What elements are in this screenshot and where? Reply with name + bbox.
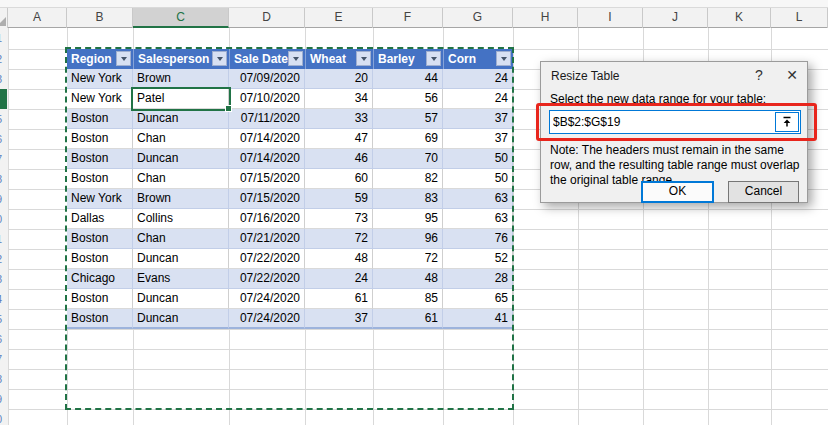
collapse-dialog-button[interactable] (775, 112, 799, 132)
fill-handle[interactable] (225, 105, 232, 112)
cell[interactable]: New York (67, 189, 133, 209)
cell[interactable]: 65 (443, 289, 513, 309)
cell[interactable]: 83 (373, 189, 443, 209)
cell[interactable]: Dallas (67, 209, 133, 229)
cell[interactable]: 73 (305, 209, 373, 229)
cell[interactable]: 07/24/2020 (229, 309, 305, 329)
table-header-corn[interactable]: Corn (443, 49, 513, 69)
cell[interactable]: Boston (67, 109, 133, 129)
row-header-15[interactable]: 15 (0, 309, 2, 329)
cell[interactable]: 33 (305, 109, 373, 129)
cell[interactable]: 24 (443, 69, 513, 89)
cell[interactable]: 07/21/2020 (229, 229, 305, 249)
row-header-1[interactable]: 1 (0, 28, 2, 49)
cell[interactable]: 07/14/2020 (229, 129, 305, 149)
column-header-L[interactable]: L (771, 8, 828, 28)
cell[interactable]: 44 (373, 69, 443, 89)
table-header-sale-date[interactable]: Sale Date (229, 49, 305, 69)
row-header-14[interactable]: 14 (0, 289, 2, 309)
cell[interactable]: Duncan (133, 289, 229, 309)
cell[interactable]: 63 (443, 189, 513, 209)
cell[interactable]: 07/14/2020 (229, 149, 305, 169)
filter-button-wheat[interactable] (356, 51, 371, 66)
cell[interactable]: 56 (373, 89, 443, 109)
cell[interactable]: 61 (305, 289, 373, 309)
cell[interactable]: New York (67, 69, 133, 89)
column-header-B[interactable]: B (67, 8, 133, 28)
row-header-10[interactable]: 10 (0, 209, 2, 229)
row-header-19[interactable]: 19 (0, 389, 2, 409)
table-header-barley[interactable]: Barley (373, 49, 443, 69)
cell[interactable]: Duncan (133, 309, 229, 329)
cell[interactable]: Evans (133, 269, 229, 289)
cell[interactable]: 59 (305, 189, 373, 209)
cell[interactable]: 50 (443, 149, 513, 169)
cell[interactable]: 07/09/2020 (229, 69, 305, 89)
cell[interactable]: 41 (443, 309, 513, 329)
column-header-F[interactable]: F (373, 8, 443, 28)
cell[interactable]: 63 (443, 209, 513, 229)
cell[interactable]: 46 (305, 149, 373, 169)
cell[interactable]: New York (67, 89, 133, 109)
row-header-18[interactable]: 18 (0, 369, 2, 389)
cell[interactable]: Chicago (67, 269, 133, 289)
row-header-6[interactable]: 6 (0, 129, 2, 149)
cell[interactable]: 07/22/2020 (229, 249, 305, 269)
row-header-17[interactable]: 17 (0, 349, 2, 369)
close-icon[interactable]: ✕ (782, 66, 802, 84)
cell[interactable]: 07/24/2020 (229, 289, 305, 309)
ok-button[interactable]: OK (641, 181, 714, 203)
table-header-region[interactable]: Region (67, 49, 133, 69)
row-header-16[interactable]: 16 (0, 329, 2, 349)
cell[interactable]: 24 (305, 269, 373, 289)
cell[interactable]: 95 (373, 209, 443, 229)
cell[interactable]: 82 (373, 169, 443, 189)
cell[interactable]: 48 (373, 269, 443, 289)
cell[interactable]: 52 (443, 249, 513, 269)
column-header-D[interactable]: D (229, 8, 305, 28)
cell[interactable]: Chan (133, 169, 229, 189)
cell[interactable]: 70 (373, 149, 443, 169)
cell[interactable]: Chan (133, 129, 229, 149)
table-header-salesperson[interactable]: Salesperson (133, 49, 229, 69)
cell[interactable]: 72 (305, 229, 373, 249)
row-header-13[interactable]: 13 (0, 269, 2, 289)
cell[interactable]: 24 (443, 89, 513, 109)
cell[interactable]: Collins (133, 209, 229, 229)
column-header-H[interactable]: H (513, 8, 578, 28)
cell[interactable]: Duncan (133, 109, 229, 129)
cell[interactable]: 48 (305, 249, 373, 269)
filter-button-sale-date[interactable] (288, 51, 303, 66)
filter-button-corn[interactable] (496, 51, 511, 66)
cell[interactable]: Boston (67, 169, 133, 189)
cell[interactable]: 50 (443, 169, 513, 189)
cell[interactable]: 07/22/2020 (229, 269, 305, 289)
filter-button-barley[interactable] (426, 51, 441, 66)
row-header-3[interactable]: 3 (0, 69, 2, 89)
cancel-button[interactable]: Cancel (728, 181, 799, 203)
cell[interactable]: 47 (305, 129, 373, 149)
cell[interactable]: 96 (373, 229, 443, 249)
cell[interactable]: Boston (67, 129, 133, 149)
cell[interactable]: 76 (443, 229, 513, 249)
cell[interactable]: 57 (373, 109, 443, 129)
cell[interactable]: 37 (443, 129, 513, 149)
row-header-12[interactable]: 12 (0, 249, 2, 269)
cell[interactable]: Brown (133, 189, 229, 209)
cell[interactable]: 20 (305, 69, 373, 89)
cell[interactable]: Duncan (133, 249, 229, 269)
cell[interactable]: 72 (373, 249, 443, 269)
filter-button-salesperson[interactable] (212, 51, 227, 66)
cell[interactable]: 61 (373, 309, 443, 329)
column-header-A[interactable]: A (8, 8, 67, 28)
row-header-8[interactable]: 8 (0, 169, 2, 189)
cell[interactable]: 07/16/2020 (229, 209, 305, 229)
dialog-title[interactable]: Resize Table (551, 69, 619, 83)
cell[interactable]: Duncan (133, 149, 229, 169)
cell[interactable]: Boston (67, 309, 133, 329)
row-header-9[interactable]: 9 (0, 189, 2, 209)
cell[interactable]: Brown (133, 69, 229, 89)
cell[interactable]: Boston (67, 289, 133, 309)
cell[interactable]: 60 (305, 169, 373, 189)
help-icon[interactable]: ? (750, 66, 768, 84)
